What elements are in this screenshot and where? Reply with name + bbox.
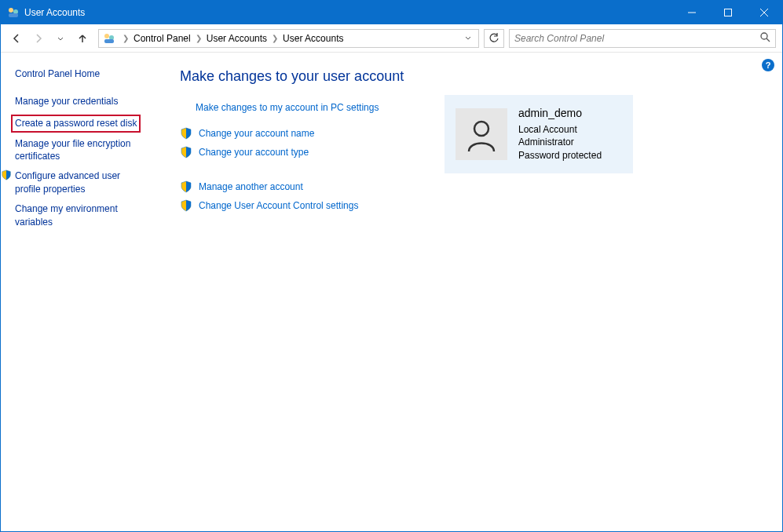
user-name: admin_demo	[518, 106, 602, 122]
svg-point-0	[9, 8, 13, 13]
sidebar-item-encryption[interactable]: Manage your file encryption certificates	[15, 137, 166, 164]
user-accounts-icon	[7, 6, 20, 19]
close-button[interactable]	[746, 1, 782, 24]
sidebar-item-profile[interactable]: Configure advanced user profile properti…	[15, 169, 166, 196]
minimize-button[interactable]	[674, 1, 710, 24]
sidebar-item-label: Change my environment variables	[15, 202, 148, 229]
search-input[interactable]	[514, 33, 759, 44]
shield-icon	[1, 169, 12, 180]
maximize-button[interactable]	[710, 1, 746, 24]
svg-rect-4	[725, 9, 732, 16]
user-info: admin_demo Local Account Administrator P…	[518, 106, 602, 162]
content-area: ? Control Panel Home Manage your credent…	[1, 53, 782, 531]
forward-button[interactable]	[29, 29, 48, 48]
address-dropdown[interactable]	[461, 33, 475, 44]
svg-point-7	[104, 34, 109, 38]
window-title: User Accounts	[24, 7, 674, 18]
window-controls	[674, 1, 782, 24]
svg-rect-9	[104, 39, 114, 43]
sidebar-item-label: Create a password reset disk	[15, 118, 137, 129]
shield-icon	[180, 146, 192, 159]
shield-icon	[180, 199, 192, 212]
user-role: Administrator	[518, 136, 602, 149]
link-pc-settings[interactable]: Make changes to my account in PC setting…	[196, 102, 379, 113]
link-change-type[interactable]: Change your account type	[199, 147, 309, 158]
user-account-type: Local Account	[518, 123, 602, 137]
avatar	[456, 108, 507, 160]
recent-dropdown[interactable]	[51, 29, 70, 48]
sidebar-item-label: Manage your credentials	[15, 95, 118, 108]
sidebar-item-credentials[interactable]: Manage your credentials	[15, 95, 166, 108]
user-password-status: Password protected	[518, 149, 602, 162]
sidebar-item-label: Manage your file encryption certificates	[15, 137, 148, 164]
breadcrumb-user-accounts-2[interactable]: User Accounts	[281, 33, 345, 44]
link-change-name[interactable]: Change your account name	[199, 128, 314, 139]
help-icon[interactable]: ?	[762, 59, 774, 71]
back-button[interactable]	[7, 29, 26, 48]
user-panel: admin_demo Local Account Administrator P…	[445, 95, 633, 173]
refresh-button[interactable]	[484, 29, 504, 48]
svg-line-11	[767, 38, 770, 42]
control-panel-home-link[interactable]: Control Panel Home	[15, 68, 166, 79]
link-uac-settings[interactable]: Change User Account Control settings	[199, 200, 358, 211]
search-icon[interactable]	[759, 31, 770, 45]
user-accounts-icon	[102, 31, 116, 46]
breadcrumb-user-accounts[interactable]: User Accounts	[205, 33, 269, 44]
sidebar-item-env-vars[interactable]: Change my environment variables	[15, 202, 166, 229]
shield-icon	[180, 127, 192, 140]
main-panel: Make changes to your user account Make c…	[166, 53, 782, 531]
address-bar[interactable]: ❯ Control Panel ❯ User Accounts ❯ User A…	[98, 29, 479, 48]
title-bar: User Accounts	[1, 1, 782, 24]
up-button[interactable]	[73, 29, 92, 48]
svg-point-12	[474, 122, 488, 136]
sidebar: Control Panel Home Manage your credentia…	[1, 53, 166, 531]
chevron-right-icon[interactable]: ❯	[192, 34, 205, 42]
breadcrumb-control-panel[interactable]: Control Panel	[132, 33, 192, 44]
sidebar-item-password-reset[interactable]: Create a password reset disk	[11, 115, 141, 133]
toolbar: ❯ Control Panel ❯ User Accounts ❯ User A…	[1, 24, 782, 53]
nav-arrows	[7, 29, 92, 48]
chevron-right-icon[interactable]: ❯	[119, 34, 132, 42]
sidebar-item-label: Configure advanced user profile properti…	[15, 169, 148, 196]
svg-point-10	[761, 33, 767, 39]
chevron-right-icon[interactable]: ❯	[269, 34, 281, 42]
shield-icon	[180, 180, 192, 193]
link-manage-another[interactable]: Manage another account	[199, 181, 303, 192]
page-title: Make changes to your user account	[180, 68, 763, 85]
svg-rect-2	[9, 13, 18, 17]
search-box[interactable]	[509, 29, 776, 48]
